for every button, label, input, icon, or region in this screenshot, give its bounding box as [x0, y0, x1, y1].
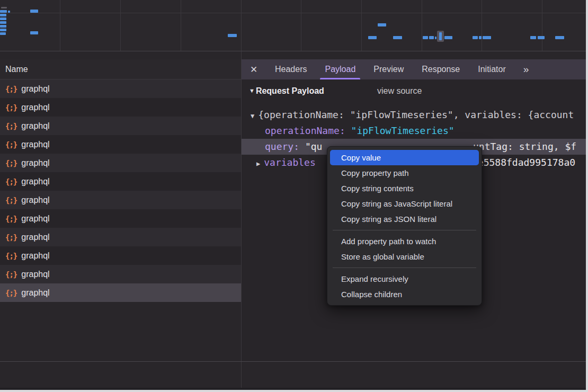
timeline-gridline — [301, 0, 301, 51]
tab-preview[interactable]: Preview — [366, 59, 411, 79]
name-column-label: Name — [5, 65, 28, 74]
tab-payload[interactable]: Payload — [317, 59, 363, 79]
request-timing-bar[interactable] — [429, 36, 434, 39]
request-timing-bar[interactable] — [423, 36, 428, 39]
menu-item-copy-string-as-json-literal[interactable]: Copy string as JSON literal — [330, 211, 479, 227]
timeline-gridline — [361, 0, 362, 51]
request-timing-bar[interactable] — [0, 29, 6, 31]
json-request-icon: {;} — [5, 233, 17, 242]
request-timing-bar[interactable] — [473, 36, 478, 39]
menu-item-add-property-path-to-watch[interactable]: Add property path to watch — [330, 234, 479, 249]
window-bottom-edge — [0, 388, 586, 390]
more-tabs-icon[interactable]: » — [518, 64, 534, 75]
menu-divider — [333, 268, 476, 268]
timeline-gridline — [482, 0, 482, 51]
request-timing-bar[interactable] — [30, 10, 38, 13]
network-request-row[interactable]: {;}graphql — [0, 154, 241, 172]
name-column-header[interactable]: Name — [0, 59, 241, 79]
json-request-icon: {;} — [5, 252, 17, 260]
request-timing-bar[interactable] — [479, 36, 482, 39]
panel-split-divider[interactable] — [241, 51, 242, 390]
request-timing-bar[interactable] — [483, 36, 491, 39]
request-payload-section-header[interactable]: ▼Request Payload view source — [249, 86, 324, 98]
section-collapse-triangle-icon[interactable]: ▼ — [249, 87, 255, 94]
request-timing-bar[interactable] — [368, 36, 377, 39]
menu-item-copy-value[interactable]: Copy value — [330, 150, 479, 165]
request-timing-bar[interactable] — [435, 37, 436, 39]
footer-divider — [0, 361, 586, 362]
request-timing-bar[interactable] — [0, 25, 6, 28]
request-name-label: graphql — [21, 103, 49, 112]
json-request-icon: {;} — [5, 85, 17, 93]
request-timing-bar[interactable] — [530, 36, 536, 39]
network-request-row[interactable]: {;}graphql — [0, 228, 241, 246]
request-timing-bar[interactable] — [439, 32, 442, 40]
menu-divider — [333, 230, 476, 230]
payload-root-row[interactable]: ▼{operationName: "ipFlowTimeseries", var… — [242, 107, 586, 123]
network-request-row[interactable]: {;}graphql — [0, 117, 241, 135]
request-timing-bar[interactable] — [378, 23, 386, 26]
request-name-label: graphql — [21, 214, 49, 224]
request-name-label: graphql — [21, 288, 49, 298]
json-request-icon: {;} — [5, 289, 17, 297]
timeline-gridline — [60, 0, 60, 51]
request-timing-bar[interactable] — [538, 36, 545, 39]
network-request-row[interactable]: {;}graphql — [0, 246, 241, 265]
request-timing-bar[interactable] — [0, 17, 6, 20]
request-name-label: graphql — [21, 251, 49, 261]
request-timing-bar[interactable] — [0, 32, 6, 35]
context-menu: Copy valueCopy property pathCopy string … — [327, 146, 482, 306]
property-key: query: — [265, 141, 299, 152]
expand-triangle-icon[interactable]: ▶ — [256, 160, 260, 167]
request-timing-bar[interactable] — [0, 14, 6, 16]
json-request-icon: {;} — [5, 196, 17, 204]
request-timing-bar[interactable] — [0, 10, 7, 13]
network-request-row[interactable]: {;}graphql — [0, 191, 241, 209]
property-key: variables — [264, 157, 316, 168]
request-timing-bar[interactable] — [30, 31, 38, 34]
request-timing-bar[interactable] — [8, 11, 10, 13]
tab-response[interactable]: Response — [414, 59, 467, 79]
request-name-label: graphql — [21, 121, 49, 131]
menu-item-copy-string-as-javascript-literal[interactable]: Copy string as JavaScript literal — [330, 196, 479, 211]
json-request-icon: {;} — [5, 270, 17, 279]
network-request-row[interactable]: {;}graphql — [0, 135, 241, 154]
timeline-row-divider — [0, 13, 586, 13]
menu-item-collapse-children[interactable]: Collapse children — [330, 287, 479, 302]
request-name-label: graphql — [21, 158, 49, 168]
network-overview-timeline[interactable] — [0, 0, 586, 51]
request-timing-bar[interactable] — [228, 34, 237, 37]
json-request-icon: {;} — [5, 159, 17, 167]
collapse-triangle-icon[interactable]: ▼ — [251, 112, 254, 120]
network-request-row[interactable]: {;}graphql — [0, 172, 241, 191]
detail-tabs: HeadersPayloadPreviewResponseInitiator — [266, 59, 515, 79]
tab-headers[interactable]: Headers — [268, 59, 314, 79]
request-timing-bar[interactable] — [393, 36, 402, 39]
network-request-row[interactable]: {;}graphql — [0, 79, 241, 98]
detail-tabs-bar: ✕ HeadersPayloadPreviewResponseInitiator… — [242, 59, 586, 79]
request-timing-bar[interactable] — [444, 36, 452, 39]
request-timing-bar[interactable] — [555, 36, 564, 39]
network-request-row[interactable]: {;}graphql — [0, 98, 241, 117]
menu-item-store-as-global-variable[interactable]: Store as global variable — [330, 249, 479, 264]
devtools-network-panel: Name ✕ HeadersPayloadPreviewResponseInit… — [0, 0, 586, 390]
menu-item-expand-recursively[interactable]: Expand recursively — [330, 271, 479, 287]
payload-row-operation-name[interactable]: operationName: "ipFlowTimeseries" — [242, 123, 586, 139]
view-source-link[interactable]: view source — [377, 86, 422, 96]
network-request-row[interactable]: {;}graphql — [0, 265, 241, 283]
menu-item-copy-string-contents[interactable]: Copy string contents — [330, 181, 479, 196]
timeline-gridline — [542, 0, 542, 51]
timeline-tick[interactable] — [1, 7, 7, 8]
request-name-label: graphql — [21, 233, 49, 242]
json-request-icon: {;} — [5, 215, 17, 223]
timeline-gridline — [120, 0, 121, 51]
network-request-row[interactable]: {;}graphql — [0, 283, 241, 302]
network-request-row[interactable]: {;}graphql — [0, 209, 241, 228]
tab-initiator[interactable]: Initiator — [470, 59, 513, 79]
menu-item-copy-property-path[interactable]: Copy property path — [330, 165, 479, 181]
request-payload-title: Request Payload — [256, 86, 324, 95]
property-value-continuation: untTag: string, $f — [473, 139, 576, 155]
request-timing-bar[interactable] — [0, 21, 6, 24]
close-icon[interactable]: ✕ — [242, 64, 266, 75]
request-name-label: graphql — [21, 177, 49, 186]
